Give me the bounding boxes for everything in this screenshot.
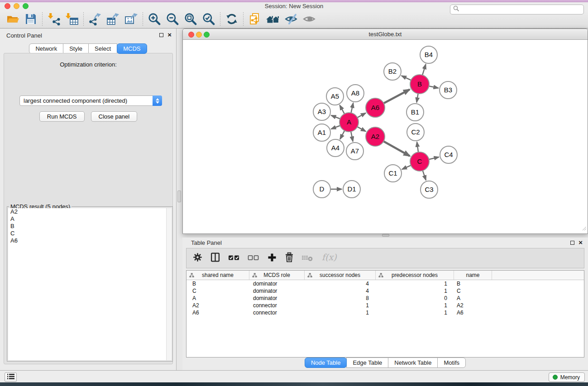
export-network-button[interactable] [86, 11, 104, 27]
table-cell: dominator [249, 287, 305, 295]
zoom-in-button[interactable] [145, 11, 163, 27]
graph-edge-C-C2[interactable] [417, 142, 418, 152]
run-mcds-button[interactable]: Run MCDS [39, 111, 85, 122]
graph-edge-B-B1[interactable] [417, 94, 418, 103]
zoom-out-button[interactable] [163, 11, 182, 27]
table-row[interactable]: A6connector11A6 [186, 309, 584, 316]
tab-style[interactable]: Style [63, 43, 89, 54]
result-item[interactable]: A [8, 215, 172, 223]
search-input[interactable] [461, 5, 583, 14]
show-eye-icon [302, 12, 316, 26]
close-panel-icon[interactable]: × [167, 33, 172, 37]
export-table-button[interactable] [104, 11, 122, 27]
memory-button[interactable]: Memory [549, 372, 585, 382]
result-item[interactable]: A6 [8, 237, 172, 244]
dropdown-stepper-icon [153, 95, 162, 106]
tab-select[interactable]: Select [88, 43, 117, 54]
table-cell: A2 [454, 302, 492, 309]
window-resize-grip[interactable] [581, 224, 587, 233]
table-row[interactable]: Cdominator41C [186, 287, 584, 295]
network-document-button[interactable] [246, 11, 264, 27]
deselect-all-button[interactable] [248, 253, 259, 264]
graph-edge-A-A6[interactable] [357, 113, 366, 118]
delete-button[interactable] [285, 252, 294, 264]
refresh-icon [225, 12, 239, 26]
vertical-split-handle[interactable] [177, 191, 181, 202]
graph-edge-C-C1[interactable] [402, 165, 411, 169]
result-item[interactable]: C [8, 230, 172, 237]
criterion-dropdown[interactable]: largest connected component (directed) [19, 95, 162, 106]
table-cell: connector [249, 309, 305, 316]
mcds-result-list: A2ABCA6 [8, 208, 172, 360]
graph-edge-A2-C[interactable] [383, 141, 410, 156]
table-tabs: Node TableEdge TableNetwork TableMotifs [182, 357, 588, 368]
network-window-titlebar[interactable]: testGlobe.txt [183, 29, 588, 40]
horizontal-split-handle[interactable] [382, 234, 389, 237]
graph-node-label: A5 [331, 92, 339, 100]
result-scrollbar[interactable] [166, 208, 172, 360]
hide-panels-button[interactable] [282, 11, 300, 27]
graph-edge-A-A8[interactable] [351, 103, 353, 113]
graph-edge-A-A4[interactable] [340, 131, 344, 139]
result-item[interactable]: B [8, 223, 172, 230]
table-tab-node-table[interactable]: Node Table [305, 357, 347, 368]
column-header-predecessor-nodes[interactable]: predecessor nodes [376, 271, 454, 280]
graph-edge-B-B2[interactable] [402, 76, 411, 80]
table-close-panel-icon[interactable]: × [578, 240, 583, 245]
home-button[interactable] [264, 11, 282, 27]
columns-button[interactable] [210, 252, 220, 264]
optimization-criterion-label: Optimization criterion: [4, 61, 172, 68]
graph-edge-A6-B[interactable] [384, 90, 410, 103]
column-header-MCDS-role[interactable]: MCDS role [249, 271, 305, 280]
table-cell: 4 [305, 280, 376, 287]
import-network-button[interactable] [45, 11, 63, 27]
attribute-icon [378, 273, 383, 279]
task-history-button[interactable] [5, 372, 17, 382]
graph-edge-B-B3[interactable] [429, 86, 439, 88]
table-row[interactable]: Adominator80A [186, 295, 584, 302]
delete-icon [285, 252, 294, 264]
column-header-name[interactable]: name [454, 271, 492, 280]
result-item[interactable]: A2 [8, 208, 172, 215]
table-row[interactable]: A2connector11A2 [186, 302, 584, 309]
table-tab-motifs[interactable]: Motifs [437, 357, 466, 368]
add-button[interactable] [267, 253, 277, 264]
tab-network[interactable]: Network [29, 43, 63, 54]
tab-mcds[interactable]: MCDS [117, 43, 147, 54]
table-toolbar: f(x) [186, 248, 584, 268]
table-float-panel-icon[interactable] [570, 241, 574, 245]
table-panel-title: Table Panel [191, 239, 222, 246]
gear-button[interactable] [193, 253, 202, 264]
export-image-button[interactable] [122, 11, 140, 27]
float-panel-icon[interactable] [159, 33, 163, 37]
close-panel-button[interactable]: Close panel [91, 111, 138, 122]
table-tab-edge-table[interactable]: Edge Table [346, 357, 388, 368]
import-table-button[interactable] [63, 11, 81, 27]
network-canvas[interactable]: AA6A2BCA5A8A3A1A4A7B2B4B3B1C2C4C1C3DD1 [183, 40, 588, 234]
open-button[interactable] [4, 11, 22, 27]
graph-edge-B-B4[interactable] [422, 64, 425, 75]
table-body: Bdominator41BCdominator41CAdominator80AA… [186, 280, 584, 316]
network-document-icon [248, 12, 262, 26]
refresh-button[interactable] [223, 11, 241, 27]
column-header-successor-nodes[interactable]: successor nodes [305, 271, 376, 280]
graph-edge-C-C3[interactable] [423, 171, 426, 180]
graph-edge-A-A2[interactable] [357, 127, 366, 131]
graph-edge-C-C4[interactable] [429, 157, 439, 159]
search-icon [453, 5, 459, 14]
column-header-shared-name[interactable]: shared name [186, 271, 249, 280]
save-button[interactable] [22, 11, 40, 27]
toolbar-separator [143, 12, 143, 26]
zoom-selected-button[interactable] [200, 11, 218, 27]
search-box[interactable] [450, 5, 584, 14]
zoom-fit-button[interactable] [182, 11, 200, 27]
select-all-button[interactable] [228, 253, 240, 264]
graph-edge-A-A5[interactable] [340, 105, 344, 114]
show-eye-button[interactable] [300, 11, 318, 27]
graph-edge-A-A1[interactable] [331, 126, 340, 129]
graph-edge-A-A7[interactable] [351, 132, 353, 142]
table-tab-network-table[interactable]: Network Table [388, 357, 438, 368]
table-row[interactable]: Bdominator41B [186, 280, 584, 287]
table-cell: 1 [305, 309, 376, 316]
graph-edge-A-A3[interactable] [331, 115, 340, 119]
